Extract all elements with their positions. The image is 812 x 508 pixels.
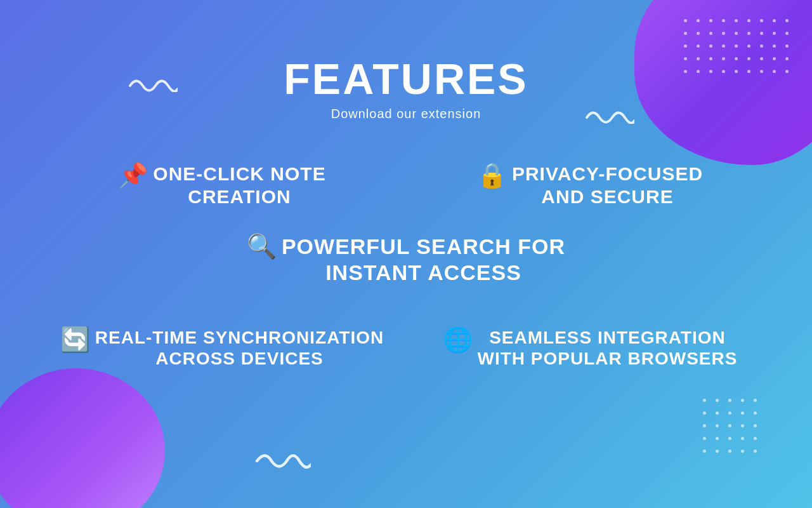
search-title-line2: INSTANT ACCESS — [282, 260, 565, 286]
privacy-title-line2: AND SECURE — [512, 185, 703, 208]
sync-icon: 🔄 — [60, 327, 90, 354]
feature-privacy: 🔒 PRIVACY-FOCUSED AND SECURE — [406, 156, 774, 215]
feature-integration: 🌐 SEAMLESS INTEGRATION WITH POPULAR BROW… — [406, 321, 774, 376]
features-top-row: 📌 ONE-CLICK NOTE CREATION 🔒 PRIVACY-FOCU… — [0, 156, 812, 215]
privacy-icon: 🔒 — [477, 163, 507, 189]
sync-title-line1: REAL-TIME SYNCHRONIZATION — [95, 327, 384, 349]
feature-powerful-search: 🔍 POWERFUL SEARCH FOR INSTANT ACCESS — [0, 221, 812, 298]
globe-icon: 🌐 — [443, 327, 473, 354]
page-content: FEATURES Download our extension 📌 ONE-CL… — [0, 0, 812, 508]
one-click-icon: 📌 — [118, 163, 148, 189]
wave-icon-bottom-center — [254, 447, 311, 471]
one-click-title-line2: CREATION — [153, 185, 325, 208]
wave-icon-top-right — [584, 105, 634, 126]
page-subtitle: Download our extension — [0, 107, 812, 121]
search-icon: 🔍 — [247, 234, 277, 260]
search-title-line1: POWERFUL SEARCH FOR — [282, 234, 565, 260]
page-title: FEATURES — [0, 57, 812, 100]
integration-title-line1: SEAMLESS INTEGRATION — [478, 327, 738, 349]
privacy-title-line1: PRIVACY-FOCUSED — [512, 163, 703, 185]
features-bottom-row: 🔄 REAL-TIME SYNCHRONIZATION ACROSS DEVIC… — [0, 321, 812, 376]
integration-title-line2: WITH POPULAR BROWSERS — [478, 348, 738, 370]
page-header: FEATURES Download our extension — [0, 0, 812, 121]
sync-title-line2: ACROSS DEVICES — [95, 348, 384, 370]
feature-one-click-note: 📌 ONE-CLICK NOTE CREATION — [38, 156, 406, 215]
wave-icon-top-left — [127, 73, 178, 95]
feature-sync: 🔄 REAL-TIME SYNCHRONIZATION ACROSS DEVIC… — [38, 321, 406, 376]
one-click-title-line1: ONE-CLICK NOTE — [153, 163, 325, 185]
